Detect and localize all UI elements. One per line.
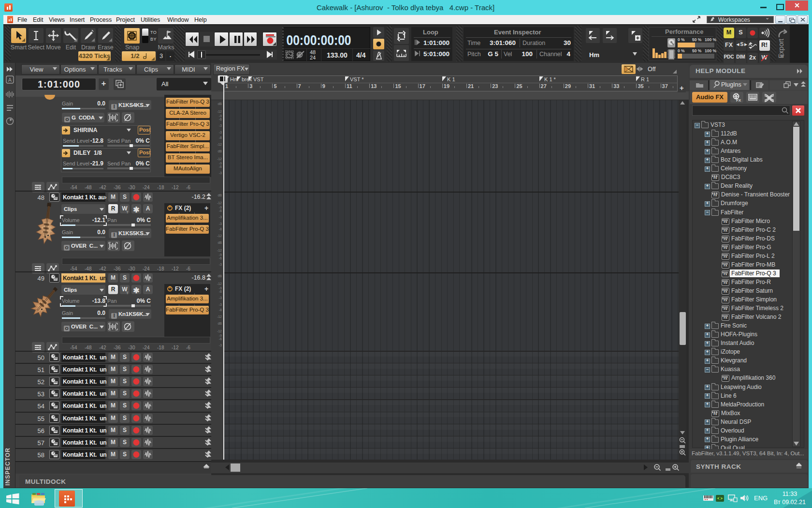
svg-text:A: A bbox=[8, 77, 12, 83]
svg-text:FX: FX bbox=[736, 98, 741, 103]
